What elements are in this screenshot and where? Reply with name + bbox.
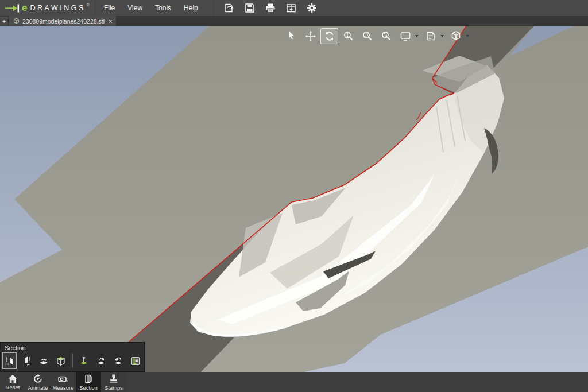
zoom-fit-tool-button[interactable] (377, 28, 395, 44)
options-button[interactable] (305, 1, 319, 15)
bottom-toolbar: Reset Animate Measure Section (0, 372, 588, 392)
pan-tool-button[interactable] (301, 28, 319, 44)
model-cube-icon (13, 18, 20, 24)
view-orientation-dropdown-caret[interactable] (466, 35, 469, 37)
menu-file[interactable]: File (98, 0, 121, 16)
rotate-plane-icon (95, 355, 107, 367)
section-plane-xy-button[interactable] (2, 352, 17, 369)
rotate-arrows-icon (324, 30, 335, 42)
flip-direction-button[interactable] (76, 352, 91, 369)
menubar: e DRAWINGS ® File View Tools Help (0, 0, 588, 16)
zoom-fit-icon (381, 30, 392, 42)
zoom-icon (343, 30, 354, 42)
stamps-button[interactable]: Stamps (101, 372, 126, 392)
zoom-area-icon (362, 30, 373, 42)
reset-button[interactable]: Reset (0, 372, 25, 392)
menu-items: File View Tools Help (98, 0, 204, 16)
logo-name: DRAWINGS (30, 4, 85, 12)
menu-view[interactable]: View (121, 0, 149, 16)
animate-button[interactable]: Animate (25, 372, 51, 392)
flip-direction-icon (78, 355, 90, 367)
print-button[interactable] (264, 1, 278, 15)
section-cap-icon (130, 355, 141, 367)
reset-label: Reset (6, 384, 20, 390)
plane-xy-icon (3, 355, 15, 367)
3d-scene (0, 26, 588, 372)
gear-icon (306, 2, 318, 14)
markup-pages-icon (425, 30, 436, 42)
edrawings-arrow-icon (5, 4, 21, 13)
section-button[interactable]: Section (76, 372, 101, 392)
section-plane-zx-button[interactable] (37, 352, 51, 369)
tape-measure-icon (58, 374, 69, 384)
stamps-label: Stamps (105, 385, 123, 391)
zoom-tool-button[interactable] (339, 28, 357, 44)
view-orientation-button[interactable] (447, 28, 465, 44)
section-panel-tools (1, 352, 144, 371)
animate-label: Animate (28, 385, 48, 391)
logo-e: e (22, 0, 27, 16)
section-box-button[interactable] (54, 352, 68, 369)
3d-viewport[interactable]: Section (0, 26, 588, 372)
send-package-button[interactable] (284, 1, 299, 15)
animate-arrows-icon (33, 374, 43, 384)
display-settings-button[interactable] (396, 28, 414, 44)
package-send-icon (285, 2, 297, 14)
section-tools-divider (72, 353, 73, 368)
drag-plane-button[interactable] (111, 352, 125, 369)
save-floppy-icon (244, 2, 256, 14)
tab-close-icon[interactable]: × (109, 18, 112, 24)
home-icon (7, 374, 18, 383)
section-panel: Section (0, 342, 145, 372)
cursor-icon (286, 30, 297, 42)
markup-button[interactable] (421, 28, 439, 44)
menu-help[interactable]: Help (177, 0, 204, 16)
section-cube-icon (83, 374, 94, 384)
document-tab[interactable]: 230809modelplanes240228.stl × (9, 16, 116, 26)
tab-label: 230809modelplanes240228.stl (22, 18, 105, 25)
measure-label: Measure (53, 385, 74, 391)
new-tab-button[interactable]: + (0, 17, 8, 26)
measure-button[interactable]: Measure (51, 372, 76, 392)
display-settings-dropdown-caret[interactable] (415, 35, 419, 37)
view-toolbar (283, 28, 472, 44)
monitor-icon (400, 30, 411, 42)
section-label: Section (79, 385, 98, 391)
open-file-icon (223, 2, 235, 14)
markup-dropdown-caret[interactable] (440, 35, 444, 37)
zoom-area-tool-button[interactable] (358, 28, 376, 44)
open-button[interactable] (222, 1, 237, 15)
print-icon (265, 2, 276, 14)
section-cap-settings-button[interactable] (128, 352, 142, 369)
edrawings-logo: e DRAWINGS ® (0, 0, 95, 16)
titlebar-toolbar (214, 0, 319, 16)
plane-yz-icon (21, 355, 32, 367)
section-panel-title: Section (1, 343, 144, 352)
rotate-plane-button[interactable] (94, 352, 108, 369)
plane-zx-icon (38, 355, 49, 367)
select-tool-button[interactable] (283, 28, 300, 44)
pan-arrows-icon (305, 30, 316, 42)
rotate-tool-button[interactable] (320, 28, 338, 44)
section-plane-yz-button[interactable] (20, 352, 34, 369)
save-button[interactable] (243, 1, 257, 15)
stamp-icon (109, 374, 119, 384)
menu-tools[interactable]: Tools (149, 0, 177, 16)
drag-plane-icon (113, 355, 124, 367)
section-box-icon (55, 355, 67, 367)
orientation-cube-icon (450, 30, 462, 42)
bottom-toolbar-spacer (126, 372, 588, 392)
tabbar: + 230809modelplanes240228.stl × (0, 16, 588, 26)
edrawings-window: e DRAWINGS ® File View Tools Help (0, 0, 588, 392)
logo-registered-mark: ® (87, 3, 90, 7)
